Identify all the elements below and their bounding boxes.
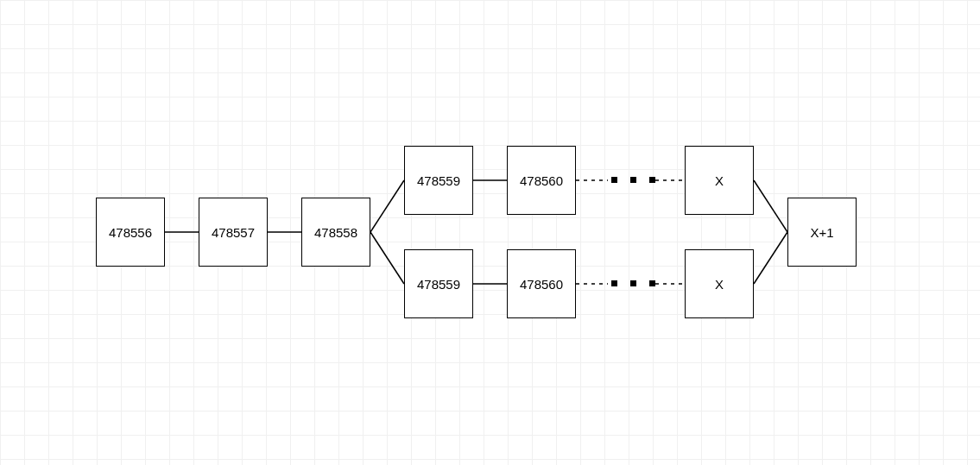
node-label: X — [715, 277, 724, 292]
edge-fork-bottom — [370, 229, 404, 287]
ellipsis-dots-top — [611, 177, 655, 183]
node-label: 478558 — [314, 225, 357, 240]
node-branch-top-x[interactable]: X — [685, 146, 754, 215]
edge-chain-1-2 — [165, 229, 199, 236]
edge-top-dash-left — [576, 177, 608, 184]
node-block-1[interactable]: 478556 — [96, 198, 165, 267]
node-label: 478557 — [212, 225, 255, 240]
dot-icon — [630, 280, 636, 286]
edge-bottom-dash-left — [576, 280, 608, 287]
node-merge[interactable]: X+1 — [787, 198, 857, 267]
svg-line-10 — [754, 180, 787, 232]
node-label: X+1 — [810, 225, 833, 240]
edge-top-dash-right — [655, 177, 685, 184]
edge-bottom-1-2 — [473, 280, 507, 287]
edge-fork-top — [370, 177, 404, 236]
node-branch-top-1[interactable]: 478559 — [404, 146, 473, 215]
dot-icon — [611, 177, 617, 183]
node-label: 478559 — [417, 277, 460, 292]
node-label: 478559 — [417, 173, 460, 188]
node-block-2[interactable]: 478557 — [199, 198, 268, 267]
node-branch-bottom-1[interactable]: 478559 — [404, 249, 473, 318]
edge-merge-top — [754, 177, 787, 236]
node-branch-bottom-2[interactable]: 478560 — [507, 249, 576, 318]
dot-icon — [649, 177, 655, 183]
svg-line-2 — [370, 180, 404, 232]
edge-chain-2-3 — [268, 229, 301, 236]
node-label: 478556 — [109, 225, 152, 240]
node-label: 478560 — [520, 173, 563, 188]
dot-icon — [649, 280, 655, 286]
ellipsis-dots-bottom — [611, 280, 655, 286]
svg-line-3 — [370, 232, 404, 284]
node-block-3[interactable]: 478558 — [301, 198, 370, 267]
edge-bottom-dash-right — [655, 280, 685, 287]
svg-line-11 — [754, 232, 787, 284]
diagram-canvas: 478556 478557 478558 478559 478560 X 478… — [0, 0, 980, 465]
node-branch-bottom-x[interactable]: X — [685, 249, 754, 318]
node-label: X — [715, 173, 724, 188]
node-label: 478560 — [520, 277, 563, 292]
dot-icon — [630, 177, 636, 183]
edge-merge-bottom — [754, 229, 787, 287]
edge-top-1-2 — [473, 177, 507, 184]
node-branch-top-2[interactable]: 478560 — [507, 146, 576, 215]
dot-icon — [611, 280, 617, 286]
